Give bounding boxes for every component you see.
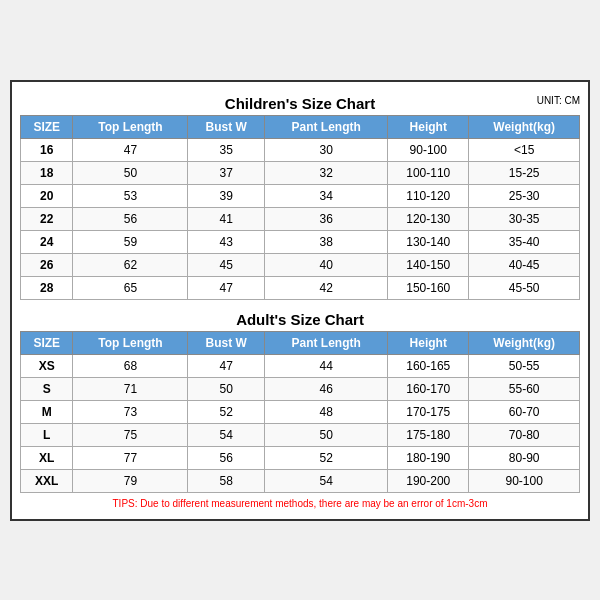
adult-header-size: SIZE (21, 331, 73, 354)
data-cell: 35-40 (469, 230, 580, 253)
data-cell: 75 (73, 423, 188, 446)
data-cell: 39 (188, 184, 265, 207)
data-cell: 50 (188, 377, 265, 400)
unit-label: UNIT: CM (537, 95, 580, 106)
data-cell: 30 (265, 138, 388, 161)
data-cell: 73 (73, 400, 188, 423)
data-cell: 175-180 (388, 423, 469, 446)
table-row: 18503732100-11015-25 (21, 161, 580, 184)
data-cell: 25-30 (469, 184, 580, 207)
data-cell: 180-190 (388, 446, 469, 469)
data-cell: 100-110 (388, 161, 469, 184)
data-cell: 150-160 (388, 276, 469, 299)
data-cell: 42 (265, 276, 388, 299)
data-cell: 32 (265, 161, 388, 184)
data-cell: 54 (188, 423, 265, 446)
table-row: L755450175-18070-80 (21, 423, 580, 446)
data-cell: 79 (73, 469, 188, 492)
children-header-top-length: Top Length (73, 115, 188, 138)
data-cell: 50 (73, 161, 188, 184)
data-cell: 56 (73, 207, 188, 230)
children-header-pant-length: Pant Length (265, 115, 388, 138)
tips-text: TIPS: Due to different measurement metho… (20, 493, 580, 511)
data-cell: 45 (188, 253, 265, 276)
adult-header-pant-length: Pant Length (265, 331, 388, 354)
data-cell: 44 (265, 354, 388, 377)
size-chart-container: Children's Size Chart UNIT: CM SIZE Top … (10, 80, 590, 521)
table-row: 28654742150-16045-50 (21, 276, 580, 299)
size-cell: 28 (21, 276, 73, 299)
data-cell: 190-200 (388, 469, 469, 492)
data-cell: 47 (73, 138, 188, 161)
size-cell: 22 (21, 207, 73, 230)
size-cell: XXL (21, 469, 73, 492)
table-row: XL775652180-19080-90 (21, 446, 580, 469)
data-cell: 80-90 (469, 446, 580, 469)
data-cell: 54 (265, 469, 388, 492)
data-cell: 43 (188, 230, 265, 253)
data-cell: 45-50 (469, 276, 580, 299)
size-cell: XS (21, 354, 73, 377)
children-header-size: SIZE (21, 115, 73, 138)
data-cell: 90-100 (388, 138, 469, 161)
children-header-weight: Weight(kg) (469, 115, 580, 138)
data-cell: 50 (265, 423, 388, 446)
data-cell: 15-25 (469, 161, 580, 184)
data-cell: 40-45 (469, 253, 580, 276)
adult-header-bust-w: Bust W (188, 331, 265, 354)
children-size-table: SIZE Top Length Bust W Pant Length Heigh… (20, 115, 580, 300)
data-cell: 30-35 (469, 207, 580, 230)
adult-header-row: SIZE Top Length Bust W Pant Length Heigh… (21, 331, 580, 354)
data-cell: <15 (469, 138, 580, 161)
data-cell: 65 (73, 276, 188, 299)
size-cell: 16 (21, 138, 73, 161)
data-cell: 48 (265, 400, 388, 423)
data-cell: 53 (73, 184, 188, 207)
data-cell: 120-130 (388, 207, 469, 230)
data-cell: 71 (73, 377, 188, 400)
data-cell: 160-165 (388, 354, 469, 377)
data-cell: 47 (188, 276, 265, 299)
data-cell: 77 (73, 446, 188, 469)
size-cell: M (21, 400, 73, 423)
data-cell: 34 (265, 184, 388, 207)
table-row: 26624540140-15040-45 (21, 253, 580, 276)
table-row: M735248170-17560-70 (21, 400, 580, 423)
table-row: 20533934110-12025-30 (21, 184, 580, 207)
adult-size-table: SIZE Top Length Bust W Pant Length Heigh… (20, 331, 580, 493)
data-cell: 68 (73, 354, 188, 377)
size-cell: S (21, 377, 73, 400)
size-cell: 20 (21, 184, 73, 207)
adult-header-height: Height (388, 331, 469, 354)
data-cell: 52 (188, 400, 265, 423)
data-cell: 40 (265, 253, 388, 276)
table-row: 24594338130-14035-40 (21, 230, 580, 253)
children-title-text: Children's Size Chart (225, 95, 375, 112)
adult-title-text: Adult's Size Chart (236, 311, 364, 328)
size-cell: XL (21, 446, 73, 469)
adult-section-title: Adult's Size Chart (20, 306, 580, 331)
data-cell: 37 (188, 161, 265, 184)
children-header-row: SIZE Top Length Bust W Pant Length Heigh… (21, 115, 580, 138)
data-cell: 170-175 (388, 400, 469, 423)
size-cell: L (21, 423, 73, 446)
data-cell: 35 (188, 138, 265, 161)
data-cell: 62 (73, 253, 188, 276)
data-cell: 46 (265, 377, 388, 400)
table-row: S715046160-17055-60 (21, 377, 580, 400)
children-header-height: Height (388, 115, 469, 138)
data-cell: 50-55 (469, 354, 580, 377)
adult-header-top-length: Top Length (73, 331, 188, 354)
size-cell: 18 (21, 161, 73, 184)
data-cell: 90-100 (469, 469, 580, 492)
data-cell: 55-60 (469, 377, 580, 400)
size-cell: 24 (21, 230, 73, 253)
data-cell: 47 (188, 354, 265, 377)
data-cell: 140-150 (388, 253, 469, 276)
children-section-title: Children's Size Chart UNIT: CM (20, 90, 580, 115)
data-cell: 41 (188, 207, 265, 230)
data-cell: 56 (188, 446, 265, 469)
data-cell: 38 (265, 230, 388, 253)
table-row: XXL795854190-20090-100 (21, 469, 580, 492)
data-cell: 58 (188, 469, 265, 492)
